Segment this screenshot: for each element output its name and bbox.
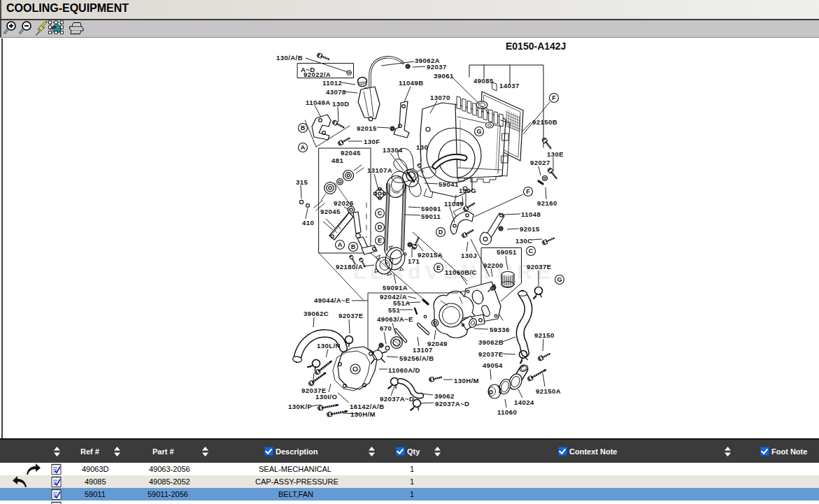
- svg-text:670: 670: [380, 324, 392, 332]
- svg-text:49054: 49054: [483, 361, 503, 369]
- svg-text:11012: 11012: [322, 79, 342, 87]
- svg-text:92037E: 92037E: [339, 312, 363, 319]
- svg-text:59041: 59041: [439, 180, 459, 188]
- svg-text:A: A: [338, 241, 343, 248]
- svg-text:92160: 92160: [537, 199, 557, 207]
- svg-text:13070: 13070: [430, 94, 450, 101]
- svg-text:92015: 92015: [520, 225, 540, 233]
- svg-text:F: F: [526, 188, 530, 195]
- svg-text:410: 410: [302, 219, 314, 226]
- svg-text:E: E: [378, 237, 382, 244]
- svg-text:11049A: 11049A: [306, 99, 330, 106]
- svg-text:59091: 59091: [421, 205, 441, 213]
- svg-text:130/A/B: 130/A/B: [276, 54, 303, 62]
- svg-text:130: 130: [416, 143, 428, 151]
- svg-text:171: 171: [408, 257, 420, 265]
- svg-text:39062C: 39062C: [304, 310, 329, 317]
- svg-text:92037A~D: 92037A~D: [435, 400, 469, 408]
- svg-text:130G: 130G: [459, 187, 476, 194]
- svg-text:130J: 130J: [461, 252, 477, 259]
- svg-text:92150A: 92150A: [536, 387, 561, 395]
- svg-text:130I/O: 130I/O: [315, 393, 337, 401]
- svg-text:E: E: [436, 264, 441, 271]
- svg-text:92037A~D: 92037A~D: [380, 395, 414, 403]
- svg-text:92027: 92027: [530, 159, 550, 166]
- svg-text:315: 315: [296, 178, 308, 186]
- svg-text:11060A/D: 11060A/D: [388, 366, 420, 374]
- svg-text:59256/A/B: 59256/A/B: [399, 354, 434, 362]
- svg-text:92037: 92037: [427, 63, 447, 71]
- svg-text:130H/M: 130H/M: [454, 377, 479, 384]
- svg-text:13107A: 13107A: [367, 166, 392, 174]
- svg-text:11048: 11048: [521, 210, 541, 218]
- svg-text:39061: 39061: [434, 72, 454, 80]
- svg-text:92150: 92150: [534, 331, 555, 339]
- svg-text:F: F: [552, 94, 556, 101]
- svg-text:130D: 130D: [332, 100, 350, 108]
- svg-text:59336: 59336: [490, 326, 510, 333]
- svg-text:92150B: 92150B: [532, 118, 557, 126]
- svg-text:92200: 92200: [483, 261, 504, 269]
- svg-text:92180/A: 92180/A: [336, 263, 363, 271]
- svg-text:49085: 49085: [473, 77, 494, 85]
- svg-text:49063/A~E: 49063/A~E: [377, 315, 413, 323]
- svg-text:14037: 14037: [499, 82, 520, 89]
- svg-text:16142/A/B: 16142/A/B: [350, 403, 384, 410]
- svg-text:130K/P: 130K/P: [288, 403, 313, 410]
- svg-text:39062: 39062: [434, 392, 455, 400]
- svg-text:E0150-A142J: E0150-A142J: [506, 41, 566, 52]
- svg-text:481: 481: [332, 157, 343, 164]
- svg-text:D: D: [439, 229, 443, 236]
- svg-text:59011: 59011: [421, 213, 441, 220]
- svg-text:92037E: 92037E: [478, 350, 503, 358]
- svg-text:13107: 13107: [413, 346, 433, 354]
- svg-text:39062B: 39062B: [478, 338, 504, 346]
- svg-text:G: G: [476, 128, 481, 135]
- svg-text:A: A: [301, 144, 306, 151]
- svg-text:130E: 130E: [547, 150, 564, 158]
- svg-text:13304: 13304: [383, 146, 403, 154]
- svg-text:130C: 130C: [515, 237, 533, 245]
- svg-text:92015A: 92015A: [418, 251, 443, 259]
- svg-text:43078: 43078: [326, 88, 346, 96]
- svg-text:11060: 11060: [497, 408, 517, 416]
- svg-text:C: C: [529, 247, 534, 254]
- svg-text:11049: 11049: [444, 200, 464, 208]
- svg-text:49044/A~E: 49044/A~E: [314, 296, 350, 304]
- svg-text:130F: 130F: [364, 138, 380, 145]
- svg-text:130L/N: 130L/N: [317, 342, 341, 350]
- svg-text:92026: 92026: [334, 199, 354, 207]
- svg-text:11049B: 11049B: [399, 79, 423, 87]
- svg-text:551: 551: [388, 306, 400, 314]
- svg-text:G: G: [557, 276, 562, 283]
- svg-text:14024: 14024: [514, 398, 534, 406]
- svg-text:130H/M: 130H/M: [350, 410, 376, 418]
- svg-text:C: C: [378, 210, 383, 217]
- svg-text:92015: 92015: [357, 124, 377, 132]
- svg-text:11060B/C: 11060B/C: [445, 268, 477, 276]
- svg-text:D: D: [378, 224, 383, 231]
- svg-text:B: B: [351, 243, 356, 250]
- svg-text:59091A: 59091A: [383, 284, 408, 291]
- svg-text:92037E: 92037E: [527, 263, 551, 271]
- svg-text:92022/A: 92022/A: [304, 71, 331, 78]
- svg-text:92045: 92045: [341, 149, 361, 157]
- svg-text:59051: 59051: [497, 248, 517, 256]
- svg-text:B: B: [301, 124, 306, 131]
- svg-text:92045: 92045: [320, 208, 341, 215]
